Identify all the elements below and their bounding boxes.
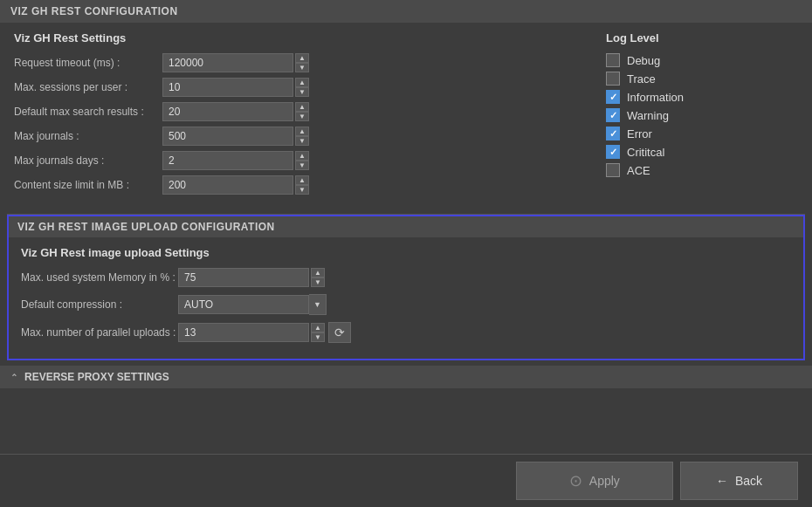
input-wrapper-max-journals-days: ▲ ▼ <box>162 151 309 170</box>
main-container: VIZ GH REST CONFIGURATION Viz GH Rest Se… <box>0 0 812 507</box>
empty-area <box>0 388 812 454</box>
spinner-max-search-results: ▲ ▼ <box>295 102 309 121</box>
upload-spinner-max-memory: ▲ ▼ <box>311 268 325 287</box>
log-level-container: Debug Trace Information Warning Error Cr… <box>606 53 798 177</box>
select-wrapper-default-compression: AUTONONELOWMEDIUMHIGH ▼ <box>178 294 327 315</box>
input-wrapper-request-timeout: ▲ ▼ <box>162 53 309 72</box>
back-label: Back <box>735 474 762 488</box>
upload-spinner-down-max-parallel-uploads[interactable]: ▼ <box>311 332 325 342</box>
checkbox-critical[interactable] <box>606 145 620 159</box>
rest-config-title: VIZ GH REST CONFIGURATION <box>10 5 178 17</box>
spinner-request-timeout: ▲ ▼ <box>295 53 309 72</box>
rest-settings-left: Viz GH Rest Settings Request timeout (ms… <box>14 31 571 200</box>
input-max-sessions[interactable] <box>162 78 293 97</box>
upload-spinner-max-parallel-uploads: ▲ ▼ <box>311 323 325 342</box>
spinner-down-max-search-results[interactable]: ▼ <box>295 112 309 121</box>
upload-row-max-parallel-uploads: Max. number of parallel uploads : ▲ ▼ ⟳ <box>21 322 791 343</box>
reverse-proxy-title: REVERSE PROXY SETTINGS <box>24 371 169 383</box>
spinner-up-max-journals-days[interactable]: ▲ <box>295 151 309 161</box>
upload-label-max-parallel-uploads: Max. number of parallel uploads : <box>21 326 178 339</box>
expand-icon: ⌃ <box>10 373 17 382</box>
image-upload-fields: Max. used system Memory in % : ▲ ▼ Defau… <box>21 268 791 343</box>
checkbox-debug[interactable] <box>606 53 620 67</box>
input-wrapper-max-search-results: ▲ ▼ <box>162 102 309 121</box>
apply-icon: ⊙ <box>569 471 582 490</box>
checkbox-information[interactable] <box>606 90 620 104</box>
checkbox-row-warning: Warning <box>606 108 798 122</box>
log-level-title: Log Level <box>606 31 798 45</box>
checkbox-warning[interactable] <box>606 108 620 122</box>
checkbox-label-information: Information <box>627 91 684 104</box>
upload-row-default-compression: Default compression : AUTONONELOWMEDIUMH… <box>21 294 791 315</box>
input-wrapper-max-journals: ▲ ▼ <box>162 127 309 146</box>
input-content-size-limit[interactable] <box>162 175 293 195</box>
checkbox-label-error: Error <box>627 127 652 140</box>
input-wrapper-content-size-limit: ▲ ▼ <box>162 175 309 195</box>
input-wrapper-max-sessions: ▲ ▼ <box>162 78 309 97</box>
form-row-max-sessions: Max. sessions per user : ▲ ▼ <box>14 78 571 97</box>
image-upload-section: VIZ GH REST IMAGE UPLOAD CONFIGURATION V… <box>7 215 805 360</box>
label-max-journals: Max journals : <box>14 130 162 142</box>
checkbox-label-ace: ACE <box>627 164 650 177</box>
spinner-up-max-sessions[interactable]: ▲ <box>295 78 309 87</box>
spinner-down-request-timeout[interactable]: ▼ <box>295 63 309 72</box>
upload-label-default-compression: Default compression : <box>21 298 178 311</box>
input-max-journals-days[interactable] <box>162 151 293 170</box>
checkbox-label-warning: Warning <box>627 109 669 122</box>
spinner-up-max-search-results[interactable]: ▲ <box>295 102 309 112</box>
apply-button[interactable]: ⊙ Apply <box>516 462 673 500</box>
spinner-down-max-journals[interactable]: ▼ <box>295 136 309 146</box>
upload-spinner-up-max-memory[interactable]: ▲ <box>311 268 325 277</box>
spinner-up-request-timeout[interactable]: ▲ <box>295 53 309 63</box>
image-upload-header: VIZ GH REST IMAGE UPLOAD CONFIGURATION <box>9 216 803 237</box>
label-max-sessions: Max. sessions per user : <box>14 81 162 93</box>
label-max-search-results: Default max search results : <box>14 106 162 118</box>
checkbox-row-information: Information <box>606 90 798 104</box>
checkbox-error[interactable] <box>606 127 620 140</box>
log-level-section: Log Level Debug Trace Information Warnin… <box>606 31 798 200</box>
upload-input-max-memory[interactable] <box>178 268 309 287</box>
rest-settings-section: Viz GH Rest Settings Request timeout (ms… <box>0 23 812 214</box>
label-content-size-limit: Content size limit in MB : <box>14 179 162 191</box>
checkbox-row-critical: Crititcal <box>606 145 798 159</box>
checkbox-label-debug: Debug <box>627 54 660 67</box>
upload-spinner-up-max-parallel-uploads[interactable]: ▲ <box>311 323 325 332</box>
spinner-down-max-journals-days[interactable]: ▼ <box>295 161 309 170</box>
form-row-content-size-limit: Content size limit in MB : ▲ ▼ <box>14 175 571 195</box>
upload-label-max-memory: Max. used system Memory in % : <box>21 271 178 284</box>
upload-spinner-down-max-memory[interactable]: ▼ <box>311 277 325 287</box>
apply-label: Apply <box>589 474 620 488</box>
label-max-journals-days: Max journals days : <box>14 154 162 167</box>
checkbox-row-error: Error <box>606 127 798 140</box>
image-upload-title: VIZ GH REST IMAGE UPLOAD CONFIGURATION <box>17 221 275 233</box>
select-default-compression[interactable]: AUTONONELOWMEDIUMHIGH <box>178 295 309 314</box>
spinner-max-journals: ▲ ▼ <box>295 127 309 146</box>
rest-settings-title: Viz GH Rest Settings <box>14 31 571 45</box>
checkbox-trace[interactable] <box>606 72 620 86</box>
rest-config-header: VIZ GH REST CONFIGURATION <box>0 0 812 23</box>
input-max-journals[interactable] <box>162 127 293 146</box>
input-max-search-results[interactable] <box>162 102 293 121</box>
spinner-down-content-size-limit[interactable]: ▼ <box>295 185 309 195</box>
checkbox-row-trace: Trace <box>606 72 798 86</box>
spinner-up-max-journals[interactable]: ▲ <box>295 127 309 136</box>
upload-input-wrapper-max-memory: ▲ ▼ <box>178 268 325 287</box>
checkbox-ace[interactable] <box>606 163 620 177</box>
form-row-request-timeout: Request timeout (ms) : ▲ ▼ <box>14 53 571 72</box>
checkbox-row-ace: ACE <box>606 163 798 177</box>
spinner-up-content-size-limit[interactable]: ▲ <box>295 175 309 185</box>
reverse-proxy-header[interactable]: ⌃ REVERSE PROXY SETTINGS <box>0 366 812 388</box>
select-arrow-default-compression[interactable]: ▼ <box>309 294 327 315</box>
spinner-max-sessions: ▲ ▼ <box>295 78 309 97</box>
checkbox-label-trace: Trace <box>627 72 656 86</box>
form-row-max-journals: Max journals : ▲ ▼ <box>14 127 571 146</box>
spinner-down-max-sessions[interactable]: ▼ <box>295 87 309 97</box>
input-request-timeout[interactable] <box>162 53 293 72</box>
checkbox-row-debug: Debug <box>606 53 798 67</box>
upload-input-max-parallel-uploads[interactable] <box>178 323 309 342</box>
back-button[interactable]: ← Back <box>680 462 798 500</box>
upload-row-max-memory: Max. used system Memory in % : ▲ ▼ <box>21 268 791 287</box>
footer: ⊙ Apply ← Back <box>0 454 812 507</box>
refresh-btn-max-parallel-uploads[interactable]: ⟳ <box>328 322 351 343</box>
form-row-max-journals-days: Max journals days : ▲ ▼ <box>14 151 571 170</box>
